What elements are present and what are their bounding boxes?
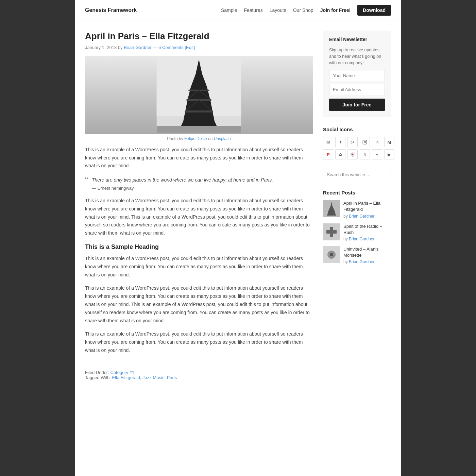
twitter-icon[interactable]: 𝕏 bbox=[360, 149, 370, 159]
medium-icon[interactable]: M bbox=[384, 137, 394, 147]
newsletter-desc: Sign up to receive updates and to hear w… bbox=[329, 47, 385, 66]
linkedin-icon[interactable]: in bbox=[372, 137, 382, 147]
svg-point-29 bbox=[330, 253, 333, 256]
rss-icon[interactable] bbox=[335, 149, 345, 159]
category-link[interactable]: Category #1 bbox=[110, 370, 134, 375]
post-title: April in Paris – Ella Fitzgerald bbox=[85, 31, 313, 42]
recent-post-1: April in Paris – Ella Fitzgerald by Bria… bbox=[323, 200, 391, 218]
recent-post-3: Uninvited – Alanis Morisette by Brian Ga… bbox=[323, 246, 391, 264]
recent-post-info-2: Spirit of the Radio – Rush by Brian Gard… bbox=[343, 223, 391, 241]
recent-post-thumb-3 bbox=[323, 246, 340, 263]
post-paragraph-3: This is an example of a WordPress post, … bbox=[85, 255, 313, 279]
post-comments[interactable]: 6 Comments bbox=[158, 45, 184, 50]
recent-posts-title: Recent Posts bbox=[323, 190, 391, 196]
main-content: April in Paris – Ella Fitzgerald January… bbox=[85, 31, 313, 380]
snapchat-icon[interactable]: 👻 bbox=[347, 149, 358, 159]
post-paragraph-2: This is an example of a WordPress post, … bbox=[85, 197, 313, 237]
social-title: Social Icons bbox=[323, 126, 391, 132]
instagram-icon[interactable] bbox=[360, 137, 370, 147]
email-icon[interactable]: ✉ bbox=[323, 137, 333, 147]
pinterest-icon[interactable]: P bbox=[323, 149, 333, 159]
section-heading: This is a Sample Heading bbox=[85, 243, 313, 251]
post-paragraph-5: This is an example of a WordPress post, … bbox=[85, 330, 313, 354]
main-nav: Sample Features Layouts Our Shop Join fo… bbox=[221, 5, 391, 16]
blockquote-text: There are only two places in the world w… bbox=[92, 176, 313, 184]
site-title: Genesis Framework bbox=[85, 7, 137, 13]
post-article: April in Paris – Ella Fitzgerald January… bbox=[85, 31, 313, 380]
svg-rect-17 bbox=[157, 126, 241, 133]
recent-posts-widget: Recent Posts April in Paris – Ella Fitzg… bbox=[323, 190, 391, 264]
recent-post-2: Spirit of the Radio – Rush by Brian Gard… bbox=[323, 223, 391, 241]
post-categories: Filed Under: Category #1 bbox=[85, 370, 313, 375]
name-input[interactable] bbox=[329, 70, 385, 81]
svg-point-19 bbox=[364, 141, 366, 143]
post-footer: Filed Under: Category #1 Tagged With: El… bbox=[85, 365, 313, 380]
recent-post-title-1: April in Paris – Ella Fitzgerald bbox=[343, 200, 391, 213]
blockquote-author: — Ernest hemingway bbox=[92, 186, 313, 191]
tag-jazz[interactable]: Jazz Music bbox=[142, 375, 164, 380]
nav-download[interactable]: Download bbox=[357, 5, 391, 16]
nav-join[interactable]: Join for Free! bbox=[320, 7, 351, 13]
post-meta: January 1, 2018 by Brian Gardner — 6 Com… bbox=[85, 45, 313, 50]
site-header: Genesis Framework Sample Features Layout… bbox=[75, 0, 401, 20]
newsletter-title: Email Newsletter bbox=[329, 37, 385, 42]
site-wrapper: Genesis Framework Sample Features Layout… bbox=[75, 0, 401, 476]
post-image bbox=[85, 56, 313, 134]
image-caption: Photo by Felipe Dolce on Unsplash bbox=[85, 136, 313, 141]
recent-post-info-3: Uninvited – Alanis Morisette by Brian Ga… bbox=[343, 246, 391, 264]
recent-post-thumb-1 bbox=[323, 200, 340, 217]
post-tags: Tagged With: Ella Fitzgerald, Jazz Music… bbox=[85, 375, 313, 380]
tag-ella[interactable]: Ella Fitzgerald bbox=[112, 375, 140, 380]
post-author[interactable]: Brian Gardner bbox=[124, 45, 152, 50]
recent-post-title-2: Spirit of the Radio – Rush bbox=[343, 223, 391, 236]
social-widget: Social Icons ✉ f g+ in M P 👻 𝕏 bbox=[323, 126, 391, 159]
blockquote: There are only two places in the world w… bbox=[85, 176, 313, 191]
svg-point-21 bbox=[339, 155, 340, 156]
sidebar: Email Newsletter Sign up to receive upda… bbox=[323, 31, 391, 380]
recent-post-by-1: by Brian Gardner bbox=[343, 214, 391, 219]
join-button[interactable]: Join for Free bbox=[329, 99, 385, 111]
content-area: April in Paris – Ella Fitzgerald January… bbox=[75, 20, 401, 380]
recent-post-author-1[interactable]: Brian Gardner bbox=[349, 214, 374, 219]
svg-rect-26 bbox=[326, 230, 337, 234]
email-input[interactable] bbox=[329, 84, 385, 95]
facebook-icon[interactable]: f bbox=[335, 137, 345, 147]
tag-paris[interactable]: Paris bbox=[167, 375, 177, 380]
recent-post-info-1: April in Paris – Ella Fitzgerald by Bria… bbox=[343, 200, 391, 218]
recent-post-by-3: by Brian Gardner bbox=[343, 259, 391, 264]
search-widget bbox=[323, 169, 391, 180]
search-input[interactable] bbox=[323, 169, 391, 180]
newsletter-widget: Email Newsletter Sign up to receive upda… bbox=[323, 31, 391, 117]
nav-layouts[interactable]: Layouts bbox=[270, 7, 286, 13]
nav-shop[interactable]: Our Shop bbox=[293, 7, 313, 13]
photographer-link[interactable]: Felipe Dolce bbox=[184, 136, 207, 141]
youtube-icon[interactable]: ▶ bbox=[384, 149, 394, 159]
recent-post-by-2: by Brian Gardner bbox=[343, 237, 391, 241]
recent-post-author-2[interactable]: Brian Gardner bbox=[349, 237, 374, 241]
unsplash-link[interactable]: Unsplash bbox=[214, 136, 231, 141]
social-icons-grid: ✉ f g+ in M P 👻 𝕏 v ▶ bbox=[323, 137, 391, 159]
recent-post-title-3: Uninvited – Alanis Morisette bbox=[343, 246, 391, 258]
google-plus-icon[interactable]: g+ bbox=[347, 137, 358, 147]
post-edit[interactable]: [Edit] bbox=[185, 45, 195, 50]
post-image-container: Photo by Felipe Dolce on Unsplash bbox=[85, 56, 313, 141]
vimeo-icon[interactable]: v bbox=[372, 149, 382, 159]
post-paragraph-4: This is an example of a WordPress post, … bbox=[85, 284, 313, 325]
nav-sample[interactable]: Sample bbox=[221, 7, 237, 13]
svg-point-20 bbox=[366, 141, 367, 141]
recent-post-thumb-2 bbox=[323, 223, 340, 240]
recent-post-author-3[interactable]: Brian Gardner bbox=[349, 259, 374, 264]
post-date: January 1, 2018 bbox=[85, 45, 117, 50]
nav-features[interactable]: Features bbox=[244, 7, 262, 13]
post-paragraph-1: This is an example of a WordPress post, … bbox=[85, 146, 313, 170]
